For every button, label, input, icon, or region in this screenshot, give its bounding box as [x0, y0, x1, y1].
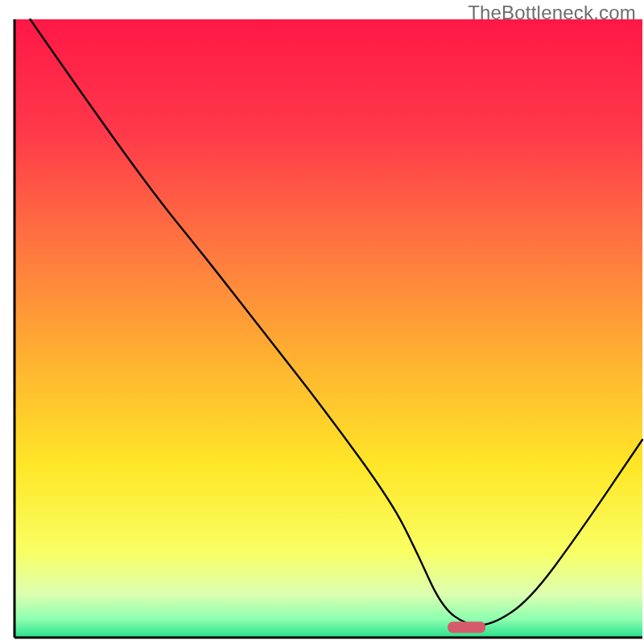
bottleneck-chart	[0, 0, 644, 644]
optimum-marker	[448, 621, 485, 633]
chart-stage: TheBottleneck.com	[0, 0, 644, 644]
plot-background	[14, 19, 642, 638]
